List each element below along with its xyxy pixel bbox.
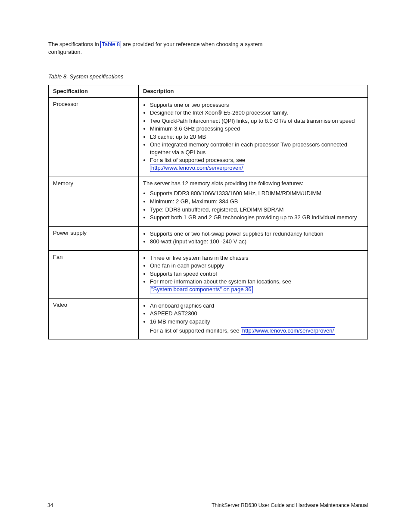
list-item: L3 cache: up to 20 MB: [150, 133, 363, 141]
list-item: 16 MB memory capacity: [150, 318, 363, 326]
desc-fan: Three or five system fans in the chassis…: [139, 250, 368, 298]
row-video: Video An onboard graphics card ASPEED AS…: [49, 298, 368, 339]
row-power-supply: Power supply Supports one or two hot-swa…: [49, 226, 368, 250]
desc-processor: Supports one or two processors Designed …: [139, 97, 368, 177]
list-item-text: For a list of supported processors, see: [150, 157, 245, 163]
list-item: One integrated memory controller in each…: [150, 141, 363, 156]
list-item: Designed for the Intel Xeon® E5-2600 pro…: [150, 109, 363, 117]
cat-power: Power supply: [49, 226, 139, 250]
cat-processor: Processor: [49, 97, 139, 177]
list-item: For more information about the system fa…: [150, 278, 363, 293]
list-item: Minimum: 2 GB, Maximum: 384 GB: [150, 198, 363, 205]
list-item: Supports fan speed control: [150, 270, 363, 278]
processor-support-link[interactable]: http://www.lenovo.com/serverproven/: [150, 165, 244, 172]
cat-memory: Memory: [49, 177, 139, 226]
list-item: 800-watt (input voltage: 100 -240 V ac): [150, 238, 363, 246]
list-item: Support both 1 GB and 2 GB technologies …: [150, 214, 363, 221]
list-item-text: For more information about the system fa…: [150, 278, 291, 285]
list-item: An onboard graphics card: [150, 302, 363, 310]
cat-fan: Fan: [49, 250, 139, 298]
table-caption: Table 8. System specifications: [48, 73, 368, 81]
row-memory: Memory The server has 12 memory slots pr…: [49, 177, 368, 226]
list-item: One fan in each power supply: [150, 262, 363, 270]
row-processor: Processor Supports one or two processors…: [49, 97, 368, 177]
intro-line1-post: are provided for your reference when cho…: [121, 41, 262, 47]
desc-power: Supports one or two hot-swap power suppl…: [139, 226, 368, 250]
col-description: Description: [139, 85, 368, 98]
intro-line1-pre: The specifications in: [48, 41, 100, 47]
list-item: Supports one or two hot-swap power suppl…: [150, 230, 363, 238]
list-item: Supports one or two processors: [150, 101, 363, 109]
table-header-row: Specification Description: [49, 85, 368, 98]
col-specification: Specification: [49, 85, 139, 98]
intro-table-link[interactable]: Table 8: [100, 41, 121, 48]
desc-memory: The server has 12 memory slots providing…: [139, 177, 368, 226]
specifications-table: Specification Description Processor Supp…: [48, 85, 368, 339]
page-number: 34: [47, 502, 53, 509]
list-item: Two QuickPath Interconnect (QPI) links, …: [150, 117, 363, 125]
footer-title: ThinkServer RD630 User Guide and Hardwar…: [212, 502, 368, 509]
list-item: Minimum 3.6 GHz processing speed: [150, 125, 363, 133]
list-item: Supports DDR3 800/1066/1333/1600 MHz, LR…: [150, 190, 363, 197]
list-item: ASPEED AST2300: [150, 310, 363, 317]
fan-xref-link[interactable]: "System board components" on page 36: [150, 286, 253, 293]
page-footer: 34 ThinkServer RD630 User Guide and Hard…: [47, 502, 368, 509]
video-support-link[interactable]: http://www.lenovo.com/serverproven/: [241, 327, 335, 335]
intro-paragraph: The specifications in Table 8 are provid…: [48, 40, 368, 56]
list-item: Type: DDR3 unbuffered, registered, LRDIM…: [150, 206, 363, 214]
row-fan: Fan Three or five system fans in the cha…: [49, 250, 368, 298]
intro-line2: configuration.: [48, 49, 82, 55]
list-item: For a list of supported processors, see …: [150, 156, 363, 171]
list-item: Three or five system fans in the chassis: [150, 254, 363, 262]
memory-intro: The server has 12 memory slots providing…: [143, 180, 363, 187]
desc-video: An onboard graphics card ASPEED AST2300 …: [139, 298, 368, 339]
video-note: For a list of supported monitors, see ht…: [150, 327, 363, 335]
video-note-text: For a list of supported monitors, see: [150, 327, 241, 334]
cat-video: Video: [49, 298, 139, 339]
